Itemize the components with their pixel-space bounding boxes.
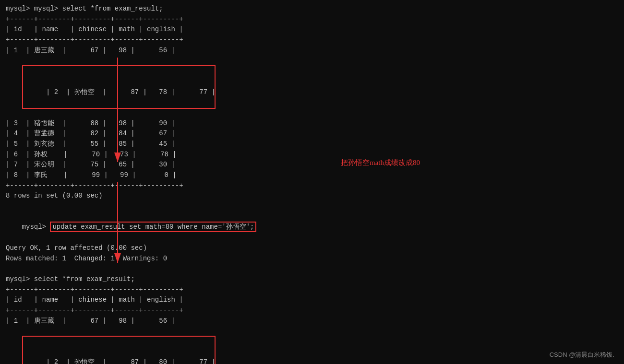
table-row: | 6 | 孙权 | 70 | 73 | 78 | — [6, 150, 618, 160]
query-ok: Query OK, 1 row affected (0.00 sec) — [6, 243, 618, 254]
first-border-top: +------+--------+---------+------+------… — [6, 14, 618, 25]
second-border-mid: +------+--------+---------+------+------… — [6, 305, 618, 316]
terminal: mysql> mysql> select *from exam_result; … — [0, 0, 624, 364]
table-row: | 5 | 刘玄德 | 55 | 85 | 45 | — [6, 139, 618, 150]
blank-line — [6, 201, 618, 212]
table-row: | 1 | 唐三藏 | 67 | 98 | 56 | — [6, 316, 618, 327]
table-row-highlight-2: | 2 | 孙悟空 | 87 | 80 | 77 | — [6, 326, 618, 364]
update-command-box: update exam_result set math=80 where nam… — [50, 222, 256, 232]
table-row: | 8 | 李氏 | 99 | 99 | 0 | — [6, 170, 618, 181]
table-row: | 3 | 猪悟能 | 88 | 98 | 90 | — [6, 118, 618, 129]
first-summary: 8 rows in set (0.00 sec) — [6, 191, 618, 201]
blank-line2 — [6, 264, 618, 274]
table-row: | 4 | 曹孟德 | 82 | 84 | 67 | — [6, 129, 618, 139]
update-line: mysql> update exam_result set math=80 wh… — [6, 212, 618, 243]
second-prompt: mysql> select *from exam_result; — [6, 274, 618, 285]
second-border-top: +------+--------+---------+------+------… — [6, 285, 618, 295]
first-border-mid: +------+--------+---------+------+------… — [6, 35, 618, 46]
rows-matched: Rows matched: 1 Changed: 1 Warnings: 0 — [6, 254, 618, 264]
first-prompt: mysql> mysql> select *from exam_result; — [6, 4, 618, 14]
table-row-highlight-1: | 2 | 孙悟空 | 87 | 78 | 77 | — [6, 56, 618, 118]
second-header: | id | name | chinese | math | english | — [6, 295, 618, 305]
csdn-watermark: CSDN @清晨白米稀饭. — [550, 351, 614, 359]
first-border-bottom: +------+--------+---------+------+------… — [6, 181, 618, 191]
table-row: | 7 | 宋公明 | 75 | 65 | 30 | — [6, 160, 618, 170]
annotation-text: 把孙悟空math成绩改成80 — [341, 158, 420, 167]
first-header: | id | name | chinese | math | english | — [6, 24, 618, 35]
table-row: | 1 | 唐三藏 | 67 | 98 | 56 | — [6, 46, 618, 56]
